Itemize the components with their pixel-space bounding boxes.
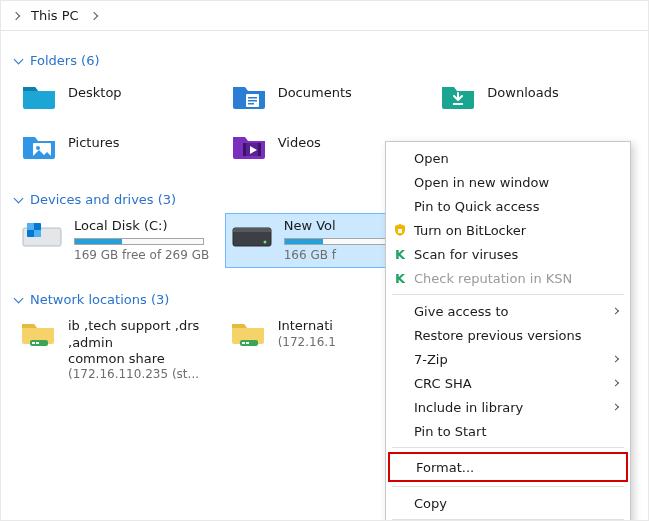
ctx-7zip[interactable]: 7-Zip: [388, 347, 628, 371]
chevron-right-icon: [612, 379, 619, 386]
documents-icon: [230, 79, 268, 113]
ctx-pin-quick-access[interactable]: Pin to Quick access: [388, 194, 628, 218]
net-line: ib ,tech support ,drs ,admin: [68, 318, 210, 351]
svg-rect-9: [258, 143, 261, 156]
svg-rect-21: [242, 342, 245, 344]
drive-sub: 169 GB free of 269 GB: [74, 248, 210, 263]
item-label: Documents: [278, 79, 352, 101]
item-label: Pictures: [68, 129, 119, 151]
pictures-icon: [20, 129, 58, 163]
ctx-format[interactable]: Format...: [388, 452, 628, 482]
chevron-down-icon: [14, 294, 24, 304]
network-folder-icon: [230, 318, 268, 352]
item-label: Downloads: [487, 79, 558, 101]
svg-rect-22: [246, 342, 249, 344]
svg-rect-12: [27, 223, 34, 230]
drive-item-local-c[interactable]: Local Disk (C:) 169 GB free of 269 GB: [15, 213, 215, 268]
ctx-copy[interactable]: Copy: [388, 491, 628, 515]
videos-icon: [230, 129, 268, 163]
ctx-check-ksn: K Check reputation in KSN: [388, 266, 628, 290]
chevron-right-icon: [12, 11, 20, 19]
item-label: Desktop: [68, 79, 122, 101]
section-title: Folders (6): [30, 53, 100, 68]
net-line: Internati: [278, 318, 336, 334]
kaspersky-icon: K: [392, 270, 408, 286]
net-line: (172.16.1: [278, 335, 336, 350]
bitlocker-icon: [392, 222, 408, 238]
svg-rect-2: [248, 100, 257, 102]
svg-rect-13: [34, 230, 41, 237]
breadcrumb: This PC: [1, 1, 648, 31]
svg-rect-16: [233, 228, 271, 232]
ctx-open-new-window[interactable]: Open in new window: [388, 170, 628, 194]
drive-icon: [20, 218, 64, 252]
folder-item-desktop[interactable]: Desktop: [15, 74, 215, 118]
ctx-bitlocker[interactable]: Turn on BitLocker: [388, 218, 628, 242]
section-title: Network locations (3): [30, 292, 169, 307]
item-label: Local Disk (C:): [74, 218, 210, 234]
ctx-scan-viruses[interactable]: K Scan for viruses: [388, 242, 628, 266]
net-line: common share: [68, 351, 210, 367]
svg-rect-8: [243, 143, 246, 156]
chevron-down-icon: [14, 194, 24, 204]
folder-item-downloads[interactable]: Downloads: [434, 74, 634, 118]
chevron-right-icon: [89, 11, 97, 19]
folder-item-pictures[interactable]: Pictures: [15, 124, 215, 168]
svg-rect-3: [248, 103, 254, 105]
item-label: Videos: [278, 129, 321, 151]
svg-rect-19: [36, 342, 39, 344]
menu-separator: [392, 519, 624, 520]
drive-usage-bar: [74, 238, 204, 245]
kaspersky-icon: K: [392, 246, 408, 262]
menu-separator: [392, 447, 624, 448]
svg-point-15: [263, 241, 266, 244]
context-menu: Open Open in new window Pin to Quick acc…: [385, 141, 631, 521]
svg-rect-23: [398, 229, 402, 233]
chevron-down-icon: [14, 55, 24, 65]
menu-separator: [392, 486, 624, 487]
network-folder-icon: [20, 318, 58, 352]
section-title: Devices and drives (3): [30, 192, 176, 207]
downloads-icon: [439, 79, 477, 113]
chevron-right-icon: [612, 355, 619, 362]
net-line: (172.16.110.235 (st...: [68, 367, 210, 382]
menu-separator: [392, 294, 624, 295]
svg-rect-1: [248, 97, 257, 99]
network-item[interactable]: ib ,tech support ,drs ,admin common shar…: [15, 313, 215, 387]
ctx-give-access-to[interactable]: Give access to: [388, 299, 628, 323]
folder-icon: [20, 79, 58, 113]
drive-icon: [230, 218, 274, 252]
ctx-open[interactable]: Open: [388, 146, 628, 170]
folder-item-documents[interactable]: Documents: [225, 74, 425, 118]
ctx-pin-to-start[interactable]: Pin to Start: [388, 419, 628, 443]
ctx-crc-sha[interactable]: CRC SHA: [388, 371, 628, 395]
svg-rect-18: [32, 342, 35, 344]
svg-rect-4: [453, 103, 463, 105]
ctx-restore-previous[interactable]: Restore previous versions: [388, 323, 628, 347]
ctx-include-in-library[interactable]: Include in library: [388, 395, 628, 419]
breadcrumb-root[interactable]: This PC: [31, 8, 79, 23]
chevron-right-icon: [612, 307, 619, 314]
chevron-right-icon: [612, 403, 619, 410]
svg-point-6: [36, 146, 40, 150]
section-header-folders[interactable]: Folders (6): [15, 47, 634, 74]
